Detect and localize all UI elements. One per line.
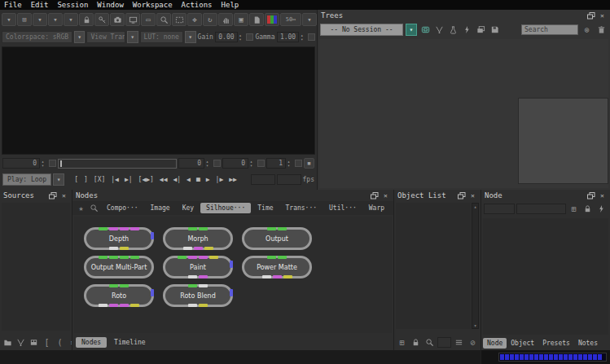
- slider-cursor[interactable]: [60, 160, 62, 167]
- transport-button-4[interactable]: ▶|: [123, 176, 134, 183]
- node-item-roto[interactable]: Roto: [84, 284, 154, 307]
- out-field[interactable]: 0: [222, 158, 248, 169]
- gamma-field[interactable]: 1.00: [277, 32, 300, 42]
- lut-dropdown[interactable]: LUT: none: [140, 31, 183, 43]
- transport-button-12[interactable]: ▶▶: [227, 176, 239, 183]
- scroll-up-icon[interactable]: ▴: [474, 204, 477, 209]
- transport-button-6[interactable]: ◀◀: [158, 176, 169, 183]
- view-transform-dropdown[interactable]: View Trans: [86, 31, 125, 43]
- pan-arrows-icon[interactable]: ✥: [187, 13, 202, 26]
- tab-image[interactable]: Image: [145, 203, 176, 213]
- close-icon[interactable]: ✕: [59, 191, 68, 200]
- tab-warp[interactable]: Warp: [363, 203, 390, 213]
- disable-icon[interactable]: ⊘: [467, 336, 479, 348]
- node-item-paint[interactable]: Paint: [163, 256, 233, 278]
- tab-notes[interactable]: Notes: [574, 338, 602, 349]
- object-list-scrollbar[interactable]: ▴ ▾: [472, 203, 479, 329]
- tab-presets[interactable]: Presets: [538, 338, 574, 349]
- frame-field[interactable]: 0: [2, 158, 40, 169]
- transport-button-8[interactable]: ◀: [185, 176, 192, 183]
- transport-button-2[interactable]: [X]: [92, 176, 107, 183]
- out-stepper[interactable]: ▴▾: [250, 160, 256, 168]
- magnifier-icon[interactable]: [423, 336, 436, 348]
- rgb-bars-icon[interactable]: [265, 13, 279, 26]
- zoom-50-icon[interactable]: 50↔: [280, 13, 301, 26]
- lock-icon[interactable]: [581, 204, 594, 215]
- tab-compo[interactable]: Compo···: [101, 203, 144, 213]
- tab-trans[interactable]: Trans···: [280, 203, 323, 213]
- gamma-reset-button[interactable]: [308, 33, 315, 41]
- trees-content[interactable]: [319, 39, 608, 188]
- layers-icon[interactable]: [453, 336, 465, 348]
- gamma-stepper[interactable]: ▴▾: [301, 33, 306, 42]
- magnifier-icon[interactable]: [156, 13, 171, 26]
- quad-view-icon[interactable]: ⊞: [17, 13, 32, 26]
- film-icon[interactable]: [28, 336, 40, 348]
- gain-reset-button[interactable]: [246, 33, 253, 41]
- tab-key[interactable]: Key: [177, 203, 200, 213]
- lock-icon[interactable]: [410, 336, 422, 348]
- trash-icon[interactable]: [595, 24, 608, 35]
- tab-util[interactable]: Util···: [323, 203, 362, 213]
- transport-button-5[interactable]: [◀▶]: [137, 176, 156, 183]
- node-item-power-matte[interactable]: Power Matte: [242, 256, 312, 278]
- menu-help[interactable]: Help: [222, 1, 239, 9]
- frame-stepper[interactable]: ▴▾: [42, 160, 47, 168]
- play-mode-dropdown[interactable]: Play: Loop: [2, 173, 51, 186]
- node-type-field[interactable]: [484, 204, 515, 214]
- tab-silhoue[interactable]: Silhoue···: [200, 203, 251, 213]
- node-item-output[interactable]: Output: [242, 227, 312, 250]
- gain-stepper[interactable]: ▴▾: [239, 33, 245, 42]
- tab-time[interactable]: Time: [252, 203, 279, 213]
- close-icon[interactable]: ✕: [468, 191, 477, 200]
- menu-session[interactable]: Session: [57, 1, 88, 9]
- import-icon[interactable]: [2, 336, 14, 348]
- chevron-down-icon[interactable]: ▾: [48, 13, 63, 26]
- chevron-down-icon[interactable]: ▾: [406, 24, 417, 36]
- sources-list[interactable]: [2, 203, 70, 331]
- fps-current-field[interactable]: [251, 174, 275, 185]
- viewport-icon[interactable]: [419, 24, 432, 35]
- viewer-canvas[interactable]: [2, 46, 315, 155]
- fps-target-field[interactable]: [277, 174, 301, 185]
- step-reset-button[interactable]: [295, 160, 302, 167]
- float-panel-icon[interactable]: [370, 191, 379, 200]
- timeline-slider[interactable]: [58, 159, 177, 169]
- node-properties-content[interactable]: [483, 218, 608, 335]
- transport-button-0[interactable]: [: [72, 176, 80, 183]
- node-item-morph[interactable]: Morph: [163, 227, 233, 250]
- float-panel-icon[interactable]: [586, 11, 595, 20]
- rotate-icon[interactable]: ↻: [203, 13, 217, 26]
- gain-field[interactable]: 0.00: [215, 32, 238, 42]
- chevron-down-icon[interactable]: ▾: [185, 31, 196, 43]
- transport-button-11[interactable]: |▶: [214, 176, 226, 183]
- chevron-down-icon[interactable]: ▾: [127, 31, 138, 43]
- overlay-rect-icon[interactable]: ▣: [234, 13, 248, 26]
- close-icon[interactable]: ✕: [381, 191, 390, 200]
- colorspace-dropdown[interactable]: Colorspace: sRGB: [2, 31, 72, 43]
- images-icon[interactable]: [475, 24, 487, 35]
- in-reset-button[interactable]: [213, 160, 221, 167]
- nodes-content[interactable]: DepthMorphOutputOutput Multi-PartPaintPo…: [74, 217, 392, 333]
- save-icon[interactable]: [489, 24, 501, 35]
- add-box-icon[interactable]: ⊞: [396, 336, 408, 348]
- in-stepper[interactable]: ▴▾: [206, 160, 212, 168]
- bolt-icon[interactable]: [595, 204, 608, 215]
- page-icon[interactable]: [249, 13, 264, 26]
- bolt-icon[interactable]: [461, 24, 473, 35]
- transport-button-10[interactable]: ▶: [204, 176, 212, 183]
- frame-marker-icon[interactable]: ▪: [304, 158, 314, 169]
- hand-icon[interactable]: [218, 13, 233, 26]
- menu-workspace[interactable]: Workspace: [133, 1, 173, 9]
- node-item-output-multi-part[interactable]: Output Multi-Part: [84, 256, 154, 278]
- step-field[interactable]: 1: [266, 158, 286, 169]
- tab-nodes[interactable]: Nodes: [76, 337, 107, 348]
- frame-rect-icon[interactable]: ▭: [141, 13, 156, 26]
- menu-file[interactable]: File: [4, 1, 22, 9]
- tab-node[interactable]: Node: [483, 338, 507, 349]
- session-dropdown[interactable]: -- No Session --: [320, 24, 403, 36]
- transport-button-3[interactable]: |◀: [109, 176, 121, 183]
- object-list[interactable]: [396, 203, 471, 329]
- tree-icon[interactable]: [433, 24, 445, 35]
- clear-search-icon[interactable]: ⊗: [581, 24, 593, 35]
